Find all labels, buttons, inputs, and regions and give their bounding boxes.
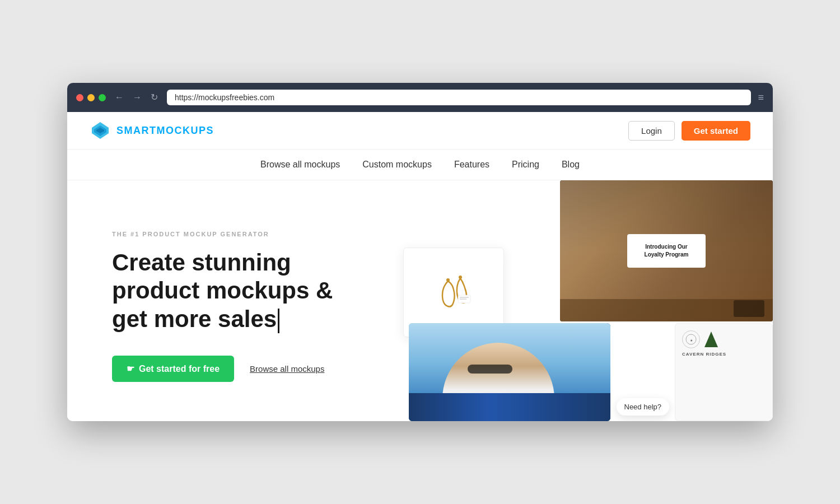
nav-item-custom[interactable]: Custom mockups <box>362 160 432 170</box>
cta-free-label: Get started for free <box>139 364 220 374</box>
car-door <box>409 393 610 421</box>
headline-line2: product mockups & <box>112 277 333 304</box>
laptop-meeting-image: Introducing Our Loyalty Program <box>560 180 773 321</box>
site-nav: Browse all mockups Custom mockups Featur… <box>67 150 773 180</box>
browser-nav-controls: ← → ↻ <box>113 92 160 103</box>
svg-text:★: ★ <box>690 339 693 342</box>
svg-point-4 <box>459 276 462 279</box>
nav-link-pricing[interactable]: Pricing <box>512 160 539 169</box>
car-woman-image <box>409 323 610 421</box>
site-header: SMARTMOCKUPS Login Get started <box>67 112 773 150</box>
headline-line1: Create stunning <box>112 249 291 276</box>
nav-link-blog[interactable]: Blog <box>562 160 580 169</box>
mockup-card <box>423 267 484 318</box>
minimize-button[interactable] <box>87 94 95 101</box>
back-button[interactable]: ← <box>113 92 126 103</box>
traffic-lights <box>76 94 106 101</box>
laptop-screen-content: Introducing Our Loyalty Program <box>627 234 706 268</box>
sunglasses <box>468 365 512 374</box>
cursor <box>278 309 279 333</box>
forward-button[interactable]: → <box>130 92 144 103</box>
nav-link-browse[interactable]: Browse all mockups <box>260 160 340 169</box>
cavern-circle-badge: ★ <box>682 330 700 348</box>
browser-menu-icon[interactable]: ≡ <box>758 92 764 104</box>
nav-item-pricing[interactable]: Pricing <box>512 160 539 170</box>
hero-actions: ☛ Get started for free Browse all mockup… <box>112 356 333 382</box>
badge-icon: ★ <box>685 334 697 345</box>
headline-line3: get more sales <box>112 306 277 332</box>
cavern-logo-row: ★ <box>682 330 766 348</box>
address-bar[interactable] <box>167 90 751 105</box>
hero-content: THE #1 PRODUCT MOCKUP GENERATOR Create s… <box>112 214 333 382</box>
header-actions: Login Get started <box>628 121 750 141</box>
cavern-brand-text: CAVERN RIDGES <box>682 352 766 357</box>
hero-tagline: THE #1 PRODUCT MOCKUP GENERATOR <box>112 231 333 237</box>
hero-section: THE #1 PRODUCT MOCKUP GENERATOR Create s… <box>67 180 773 421</box>
login-button[interactable]: Login <box>628 121 675 141</box>
get-started-button[interactable]: Get started <box>682 121 750 141</box>
hero-headline: Create stunning product mockups & get mo… <box>112 249 333 333</box>
nav-item-features[interactable]: Features <box>454 160 489 170</box>
laptop-screen-title: Introducing Our Loyalty Program <box>638 243 694 259</box>
hero-images: Introducing Our Loyalty Program <box>403 180 773 421</box>
maximize-button[interactable] <box>99 94 106 101</box>
logo-area: SMARTMOCKUPS <box>90 120 214 141</box>
browser-chrome: ← → ↻ ≡ <box>67 83 773 112</box>
cavern-tree-container <box>704 332 718 347</box>
nav-items: Browse all mockups Custom mockups Featur… <box>260 150 580 180</box>
nav-link-features[interactable]: Features <box>454 160 489 169</box>
cursor-hand-icon: ☛ <box>127 363 134 374</box>
nav-item-browse[interactable]: Browse all mockups <box>260 160 340 170</box>
svg-point-3 <box>446 278 450 282</box>
cavern-tree-icon <box>704 332 718 347</box>
close-button[interactable] <box>76 94 83 101</box>
nav-link-custom[interactable]: Custom mockups <box>362 160 432 169</box>
car-woman-background <box>409 323 610 421</box>
cavern-content: ★ CAVERN RIDGES <box>682 330 766 357</box>
logo-icon <box>90 120 111 141</box>
help-bubble[interactable]: Need help? <box>617 398 670 416</box>
cta-free-button[interactable]: ☛ Get started for free <box>112 356 234 382</box>
logo-text: SMARTMOCKUPS <box>116 125 214 137</box>
refresh-button[interactable]: ↻ <box>148 92 160 103</box>
phone-device <box>734 300 764 317</box>
cta-browse-button[interactable]: Browse all mockups <box>250 364 324 374</box>
browser-window: ← → ↻ ≡ SMARTMOCKUPS Login Get started B… <box>67 83 773 421</box>
jewelry-svg <box>431 270 476 315</box>
brand-card-image: ★ CAVERN RIDGES <box>675 323 773 421</box>
nav-item-blog[interactable]: Blog <box>562 160 580 170</box>
